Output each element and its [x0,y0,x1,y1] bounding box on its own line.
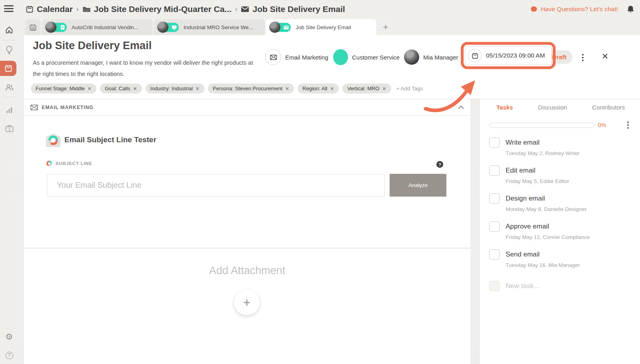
avatar [45,22,56,33]
task-title[interactable]: Write email [506,139,540,147]
project-type[interactable]: Email Marketing [265,49,328,65]
sidebar-item-analytics[interactable] [0,103,18,117]
remove-tag-icon[interactable]: ✕ [285,86,289,91]
sidebar-item-team[interactable] [0,81,18,94]
breadcrumb-label: Job Site Delivery Email [252,4,345,14]
task-title[interactable]: Send email [506,251,540,259]
calendar-icon [468,49,482,62]
task-checkbox[interactable] [489,221,500,232]
tab-label: Job Site Delivery Email [296,24,351,30]
task-title[interactable]: Design email [506,195,545,203]
panel-tabs: Tasks Discussion Contributors [480,99,640,115]
remove-tag-icon[interactable]: ✕ [330,86,334,91]
tab-contributors[interactable]: Contributors [592,104,625,111]
project-owner[interactable]: Mia Manager [404,50,458,65]
tool-title: Email Subject Line Tester [64,135,156,144]
task-checkbox[interactable] [489,165,500,176]
document-icon [60,25,65,30]
remove-tag-icon[interactable]: ✕ [88,86,92,91]
calendar-grid-icon [29,24,37,31]
subject-line-tester-logo [46,133,60,147]
subject-line-input[interactable] [47,174,385,197]
subject-line-field-label-row: SUBJECT LINE [46,161,92,166]
sidebar-item-settings[interactable]: ⚙ [0,330,18,344]
remove-tag-icon[interactable]: ✕ [133,86,137,91]
add-attachment-button[interactable]: + [234,290,260,315]
help-chat-link[interactable]: Have Questions? Let's chat! [531,6,618,13]
breadcrumb-label: Calendar [37,4,73,14]
tab-tasks[interactable]: Tasks [496,104,513,111]
breadcrumb-current-item[interactable]: Job Site Delivery Email [241,4,345,14]
avatar [157,22,168,33]
tasks-kebab-menu[interactable] [626,120,630,130]
task-meta: Friday May 12, Connie Compliance [506,234,634,240]
tag-industry[interactable]: Industry: Industrial✕ [146,84,204,93]
content-panel: Email Subject Line Tester SUBJECT LINE ?… [24,116,470,364]
sidebar-item-home[interactable] [0,23,18,37]
remove-tag-icon[interactable]: ✕ [196,86,200,91]
sidebar-item-ideas[interactable] [0,43,18,57]
tag-goal[interactable]: Goal: Calls✕ [100,84,142,93]
task-checkbox[interactable] [489,249,500,260]
sidebar-item-calendar-active[interactable] [0,61,16,76]
chevron-up-icon[interactable] [458,105,464,109]
task-checkbox[interactable] [489,137,500,148]
tag-persona[interactable]: Persona: Steven Procurement✕ [208,84,294,93]
task-title[interactable]: Approve email [506,223,549,231]
task-meta: Tuesday May 16, Mia Manager [506,262,634,268]
add-tags-button[interactable]: + Add Tags [396,86,423,91]
breadcrumb-separator: › [235,5,238,13]
page-title: Job Site Delivery Email [33,40,152,52]
schedule-datetime-value: 05/15/2023 09:00 AM [486,52,545,59]
analyze-button[interactable]: Analyze [390,174,446,197]
email-marketing-section-header[interactable]: EMAIL MARKETING [24,99,470,116]
tab-autocrib-industrial[interactable]: AutoCrib Industrial Vendin... [42,19,152,35]
tab-discussion[interactable]: Discussion [538,104,567,111]
avatar [404,50,419,65]
briefcase-icon [5,125,14,132]
tag-vertical[interactable]: Vertical: MRO✕ [342,84,391,93]
breadcrumb-project-folder[interactable]: Job Site Delivery Mid-Quarter Ca... [82,4,232,14]
section-title: EMAIL MARKETING [42,105,94,110]
sidebar-item-assets[interactable] [0,121,18,135]
calendar-view-tab-button[interactable] [26,19,40,35]
lightbulb-icon [5,46,13,54]
tag-funnel-stage[interactable]: Funnel Stage: Middle✕ [31,84,96,93]
help-icon[interactable]: ? [436,161,443,168]
close-icon[interactable]: ✕ [602,52,609,61]
progress-bar [489,123,595,128]
breadcrumb-separator: › [76,5,79,13]
task-meta: Tuesday May 2, Rodney Writer [506,150,634,156]
mini-donut-icon [46,161,52,166]
breadcrumb-calendar[interactable]: Calendar [26,4,73,14]
sidebar-item-help[interactable]: ? [0,348,18,362]
new-task-row[interactable]: New task... [489,281,634,291]
schedule-datetime-button[interactable]: 05/15/2023 09:00 AM [465,46,552,65]
new-task-placeholder[interactable]: New task... [506,282,539,290]
users-icon [4,84,14,91]
tag-region[interactable]: Region: All✕ [298,84,339,93]
header-kebab-menu[interactable] [580,52,585,63]
progress-percent: 0% [598,122,606,128]
notifications-bell-icon[interactable] [627,5,634,14]
tab-job-site-delivery-email[interactable]: Job Site Delivery Email [266,19,376,35]
task-row: Write email Tuesday May 2, Rodney Writer [489,137,634,156]
task-checkbox[interactable] [489,193,500,204]
task-title[interactable]: Edit email [506,167,536,175]
topbar-actions: Have Questions? Let's chat! [531,0,634,18]
tab-label: Industrial MRO Service We... [184,24,253,30]
new-tab-button[interactable]: + [383,22,388,33]
project-team[interactable]: Customer Service [333,49,400,65]
section-divider [24,248,470,249]
top-bar: Calendar › Job Site Delivery Mid-Quarter… [0,0,640,18]
tag-label: Region: All [302,86,327,91]
tab-industrial-mro[interactable]: Industrial MRO Service We... [154,19,264,35]
remove-tag-icon[interactable]: ✕ [382,86,386,91]
task-progress-row: 0% [489,121,630,129]
project-description[interactable]: As a procurement manager, I want to know… [33,57,257,80]
tab-avatar-badge [157,22,180,33]
bar-chart-icon [6,106,13,113]
project-owner-label: Mia Manager [423,54,458,61]
project-type-label: Email Marketing [285,54,328,61]
tag-label: Funnel Stage: Middle [36,86,85,91]
